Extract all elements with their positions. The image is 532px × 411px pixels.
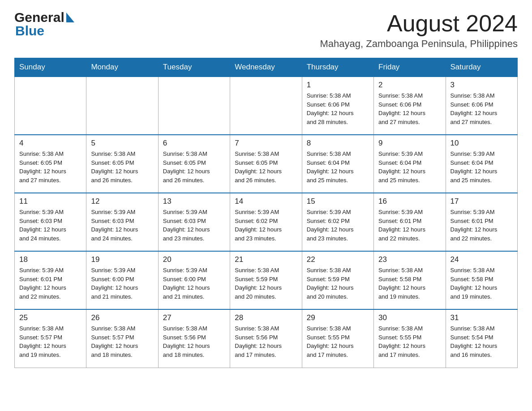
day-info: Sunrise: 5:39 AM Sunset: 6:04 PM Dayligh… [450, 150, 513, 184]
day-number: 27 [163, 313, 225, 322]
day-cell: 29Sunrise: 5:38 AM Sunset: 5:55 PM Dayli… [302, 309, 373, 368]
day-cell: 10Sunrise: 5:39 AM Sunset: 6:04 PM Dayli… [446, 135, 517, 193]
day-info: Sunrise: 5:38 AM Sunset: 6:04 PM Dayligh… [307, 150, 369, 184]
day-cell: 20Sunrise: 5:39 AM Sunset: 6:00 PM Dayli… [158, 251, 230, 309]
day-number: 16 [378, 197, 441, 206]
day-info: Sunrise: 5:39 AM Sunset: 6:01 PM Dayligh… [378, 208, 441, 243]
week-row-3: 11Sunrise: 5:39 AM Sunset: 6:03 PM Dayli… [15, 193, 518, 251]
day-number: 24 [450, 255, 513, 264]
day-info: Sunrise: 5:38 AM Sunset: 5:59 PM Dayligh… [307, 266, 369, 301]
day-number: 18 [19, 255, 82, 264]
day-info: Sunrise: 5:38 AM Sunset: 5:56 PM Dayligh… [163, 324, 225, 359]
logo-general-text: General [14, 11, 64, 24]
logo-arrow-icon [66, 13, 74, 24]
day-cell: 2Sunrise: 5:38 AM Sunset: 6:06 PM Daylig… [374, 77, 446, 135]
day-cell: 23Sunrise: 5:38 AM Sunset: 5:58 PM Dayli… [374, 251, 446, 309]
day-info: Sunrise: 5:38 AM Sunset: 5:59 PM Dayligh… [235, 266, 297, 301]
day-info: Sunrise: 5:39 AM Sunset: 6:03 PM Dayligh… [19, 208, 82, 243]
day-cell: 27Sunrise: 5:38 AM Sunset: 5:56 PM Dayli… [158, 309, 230, 368]
day-cell: 19Sunrise: 5:39 AM Sunset: 6:00 PM Dayli… [86, 251, 158, 309]
day-cell: 6Sunrise: 5:38 AM Sunset: 6:05 PM Daylig… [158, 135, 230, 193]
day-cell: 11Sunrise: 5:39 AM Sunset: 6:03 PM Dayli… [15, 193, 86, 251]
day-info: Sunrise: 5:39 AM Sunset: 6:03 PM Dayligh… [91, 208, 153, 243]
day-info: Sunrise: 5:38 AM Sunset: 5:54 PM Dayligh… [450, 324, 513, 359]
day-cell: 3Sunrise: 5:38 AM Sunset: 6:06 PM Daylig… [446, 77, 517, 135]
day-info: Sunrise: 5:39 AM Sunset: 6:01 PM Dayligh… [450, 208, 513, 243]
day-number: 23 [378, 255, 441, 264]
day-number: 2 [378, 81, 441, 90]
day-number: 15 [307, 197, 369, 206]
day-cell: 9Sunrise: 5:39 AM Sunset: 6:04 PM Daylig… [374, 135, 446, 193]
day-cell: 1Sunrise: 5:38 AM Sunset: 6:06 PM Daylig… [302, 77, 373, 135]
week-row-4: 18Sunrise: 5:39 AM Sunset: 6:01 PM Dayli… [15, 251, 518, 309]
day-cell [158, 77, 230, 135]
day-number: 13 [163, 197, 225, 206]
day-info: Sunrise: 5:39 AM Sunset: 6:01 PM Dayligh… [19, 266, 82, 301]
day-cell: 21Sunrise: 5:38 AM Sunset: 5:59 PM Dayli… [230, 251, 302, 309]
day-cell: 24Sunrise: 5:38 AM Sunset: 5:58 PM Dayli… [446, 251, 517, 309]
day-info: Sunrise: 5:38 AM Sunset: 6:05 PM Dayligh… [91, 150, 153, 184]
day-cell: 16Sunrise: 5:39 AM Sunset: 6:01 PM Dayli… [374, 193, 446, 251]
day-number: 30 [378, 313, 441, 322]
day-number: 20 [163, 255, 225, 264]
page-header: General Blue August 2024 Mahayag, Zamboa… [14, 11, 518, 50]
day-number: 7 [235, 139, 297, 148]
day-cell: 5Sunrise: 5:38 AM Sunset: 6:05 PM Daylig… [86, 135, 158, 193]
day-cell [86, 77, 158, 135]
svg-marker-0 [66, 13, 74, 22]
day-info: Sunrise: 5:38 AM Sunset: 5:57 PM Dayligh… [91, 324, 153, 359]
day-number: 4 [19, 139, 82, 148]
day-cell [230, 77, 302, 135]
day-info: Sunrise: 5:38 AM Sunset: 6:05 PM Dayligh… [19, 150, 82, 184]
day-info: Sunrise: 5:39 AM Sunset: 6:02 PM Dayligh… [307, 208, 369, 243]
day-cell: 14Sunrise: 5:39 AM Sunset: 6:02 PM Dayli… [230, 193, 302, 251]
day-number: 21 [235, 255, 297, 264]
week-row-5: 25Sunrise: 5:38 AM Sunset: 5:57 PM Dayli… [15, 309, 518, 368]
day-number: 29 [307, 313, 369, 322]
day-info: Sunrise: 5:39 AM Sunset: 6:04 PM Dayligh… [378, 150, 441, 184]
day-cell: 26Sunrise: 5:38 AM Sunset: 5:57 PM Dayli… [86, 309, 158, 368]
day-cell: 28Sunrise: 5:38 AM Sunset: 5:56 PM Dayli… [230, 309, 302, 368]
day-info: Sunrise: 5:39 AM Sunset: 6:02 PM Dayligh… [235, 208, 297, 243]
weekday-header-tuesday: Tuesday [158, 58, 230, 77]
day-number: 12 [91, 197, 153, 206]
day-number: 19 [91, 255, 153, 264]
day-info: Sunrise: 5:38 AM Sunset: 5:58 PM Dayligh… [378, 266, 441, 301]
day-info: Sunrise: 5:38 AM Sunset: 6:06 PM Dayligh… [450, 91, 513, 126]
weekday-header-friday: Friday [374, 58, 446, 77]
day-number: 22 [307, 255, 369, 264]
day-number: 10 [450, 139, 513, 148]
day-info: Sunrise: 5:38 AM Sunset: 5:55 PM Dayligh… [307, 324, 369, 359]
month-title: August 2024 [320, 11, 518, 36]
day-cell: 17Sunrise: 5:39 AM Sunset: 6:01 PM Dayli… [446, 193, 517, 251]
day-info: Sunrise: 5:38 AM Sunset: 6:05 PM Dayligh… [235, 150, 297, 184]
day-number: 26 [91, 313, 153, 322]
day-cell: 13Sunrise: 5:39 AM Sunset: 6:03 PM Dayli… [158, 193, 230, 251]
day-cell: 25Sunrise: 5:38 AM Sunset: 5:57 PM Dayli… [15, 309, 86, 368]
day-cell: 7Sunrise: 5:38 AM Sunset: 6:05 PM Daylig… [230, 135, 302, 193]
day-number: 11 [19, 197, 82, 206]
logo-blue-text: Blue [14, 24, 44, 38]
weekday-header-thursday: Thursday [302, 58, 373, 77]
logo: General Blue [14, 11, 74, 38]
weekday-header-wednesday: Wednesday [230, 58, 302, 77]
day-cell: 4Sunrise: 5:38 AM Sunset: 6:05 PM Daylig… [15, 135, 86, 193]
weekday-header-monday: Monday [86, 58, 158, 77]
day-cell: 15Sunrise: 5:39 AM Sunset: 6:02 PM Dayli… [302, 193, 373, 251]
day-number: 1 [307, 81, 369, 90]
day-number: 6 [163, 139, 225, 148]
weekday-header-saturday: Saturday [446, 58, 517, 77]
day-info: Sunrise: 5:38 AM Sunset: 5:58 PM Dayligh… [450, 266, 513, 301]
day-number: 5 [91, 139, 153, 148]
title-area: August 2024 Mahayag, Zamboanga Peninsula… [320, 11, 518, 50]
day-cell: 12Sunrise: 5:39 AM Sunset: 6:03 PM Dayli… [86, 193, 158, 251]
location-title: Mahayag, Zamboanga Peninsula, Philippine… [320, 38, 518, 50]
day-number: 28 [235, 313, 297, 322]
week-row-1: 1Sunrise: 5:38 AM Sunset: 6:06 PM Daylig… [15, 77, 518, 135]
day-info: Sunrise: 5:38 AM Sunset: 5:55 PM Dayligh… [378, 324, 441, 359]
weekday-header-row: SundayMondayTuesdayWednesdayThursdayFrid… [15, 58, 518, 77]
day-info: Sunrise: 5:39 AM Sunset: 6:03 PM Dayligh… [163, 208, 225, 243]
day-cell: 18Sunrise: 5:39 AM Sunset: 6:01 PM Dayli… [15, 251, 86, 309]
day-number: 31 [450, 313, 513, 322]
day-info: Sunrise: 5:38 AM Sunset: 5:57 PM Dayligh… [19, 324, 82, 359]
